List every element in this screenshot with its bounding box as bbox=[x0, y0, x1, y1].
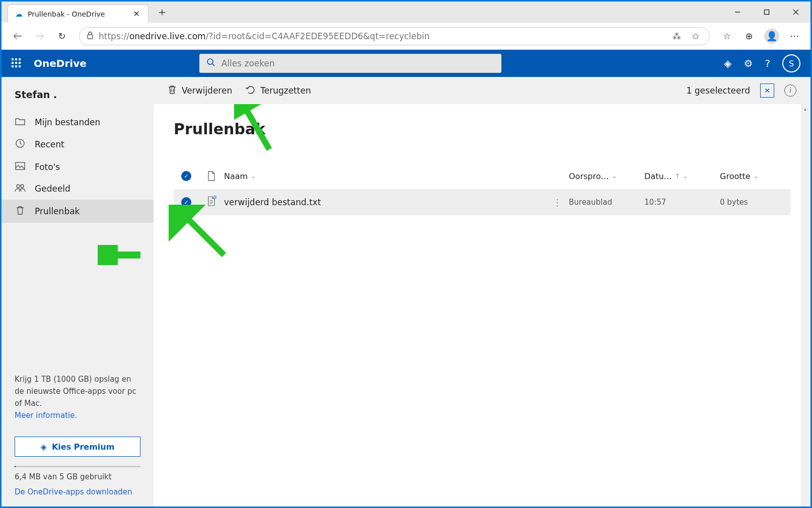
row-name-cell[interactable]: verwijderd bestand.txt bbox=[224, 197, 546, 207]
sidebar-item-label: Mijn bestanden bbox=[35, 117, 100, 127]
row-more-menu[interactable]: ⋮ bbox=[546, 197, 569, 208]
settings-gear-icon[interactable]: ⚙ bbox=[744, 57, 753, 69]
scrollbar[interactable]: ▴ bbox=[801, 104, 810, 506]
new-tab-button[interactable]: ＋ bbox=[154, 2, 171, 23]
more-button[interactable]: ⋯ bbox=[784, 26, 804, 46]
sidebar-item-shared[interactable]: Gedeeld bbox=[2, 178, 154, 200]
folder-icon bbox=[15, 117, 26, 127]
sidebar-item-recent[interactable]: Recent bbox=[2, 133, 154, 156]
svg-rect-4 bbox=[88, 35, 93, 39]
column-label: Naam bbox=[224, 172, 248, 181]
translate-icon[interactable]: ⁂ bbox=[670, 31, 684, 41]
column-date[interactable]: Datu… ↑ ⌄ bbox=[644, 172, 720, 181]
search-input[interactable] bbox=[222, 58, 494, 68]
maximize-icon bbox=[764, 9, 770, 15]
svg-line-6 bbox=[212, 64, 214, 66]
window-minimize-button[interactable] bbox=[723, 2, 752, 23]
address-field[interactable]: https://onedrive.live.com/?id=root&cid=C… bbox=[79, 27, 710, 45]
suite-header-right: ◈ ⚙ ? S bbox=[724, 54, 800, 72]
premium-button-label: Kies Premium bbox=[52, 442, 115, 452]
column-size[interactable]: Grootte ⌄ bbox=[720, 172, 790, 181]
row-origin-cell: Bureaublad bbox=[569, 198, 644, 207]
tab-title: Prullenbak - OneDrive bbox=[28, 10, 126, 18]
refresh-button[interactable]: ↻ bbox=[52, 26, 72, 46]
onedrive-cloud-icon: ☁ bbox=[15, 10, 23, 19]
select-all-checkbox[interactable]: ✓ bbox=[174, 171, 199, 181]
download-apps-link[interactable]: De OneDrive-apps downloaden bbox=[15, 487, 132, 496]
url-scheme: https:// bbox=[99, 31, 129, 41]
undo-icon bbox=[245, 85, 255, 96]
suite-header: OneDrive ◈ ⚙ ? S bbox=[2, 50, 810, 77]
clear-selection-button[interactable]: ✕ bbox=[760, 83, 774, 98]
row-date-cell: 10:57 bbox=[644, 198, 720, 207]
titlebar: ☁ Prullenbak - OneDrive ✕ ＋ bbox=[2, 2, 810, 23]
svg-point-10 bbox=[21, 185, 24, 188]
sidebar-item-files[interactable]: Mijn bestanden bbox=[2, 111, 154, 133]
favorites-button[interactable]: ☆ bbox=[717, 26, 737, 46]
premium-diamond-icon[interactable]: ◈ bbox=[724, 57, 731, 69]
delete-button[interactable]: Verwijderen bbox=[168, 84, 232, 97]
tab-close-button[interactable]: ✕ bbox=[131, 8, 142, 20]
row-file-icon bbox=[199, 196, 224, 209]
back-button[interactable]: 🡠 bbox=[8, 26, 28, 46]
table-header-row: ✓ Naam ⌄ Oorspro… ⌄ Datu… ↑ ⌄ Grootte ⌄ bbox=[174, 163, 790, 189]
restore-button-label: Terugzetten bbox=[260, 86, 311, 96]
sort-asc-icon: ↑ bbox=[675, 173, 680, 180]
svg-point-5 bbox=[207, 59, 213, 64]
promo-link[interactable]: Meer informatie. bbox=[15, 411, 77, 420]
sidebar-item-recyclebin[interactable]: Prullenbak bbox=[2, 200, 154, 223]
chevron-down-icon: ⌄ bbox=[612, 173, 617, 180]
promo-text: Krijg 1 TB (1000 GB) opslag en de nieuws… bbox=[15, 375, 136, 408]
column-origin[interactable]: Oorspro… ⌄ bbox=[569, 172, 644, 181]
row-checkbox[interactable]: ✓ bbox=[174, 197, 199, 207]
sidebar-item-label: Prullenbak bbox=[35, 206, 80, 216]
delete-button-label: Verwijderen bbox=[182, 86, 232, 96]
storage-usage-bar bbox=[15, 466, 140, 467]
browser-window: ☁ Prullenbak - OneDrive ✕ ＋ 🡠 🡢 ↻ bbox=[2, 2, 810, 506]
collections-button[interactable]: ⊕ bbox=[739, 26, 759, 46]
selection-count: 1 geselecteerd bbox=[687, 86, 750, 96]
photos-icon bbox=[15, 161, 26, 172]
table-row[interactable]: ✓ verwijderd bestand.txt ⋮ Bureaublad 10… bbox=[174, 189, 790, 215]
column-name[interactable]: Naam ⌄ bbox=[224, 172, 569, 181]
minimize-icon bbox=[734, 9, 741, 15]
command-bar: Verwijderen Terugzetten 1 geselecteerd ✕… bbox=[154, 77, 810, 104]
restore-button[interactable]: Terugzetten bbox=[245, 85, 311, 96]
check-icon: ✓ bbox=[181, 171, 191, 181]
row-size-cell: 0 bytes bbox=[720, 198, 790, 207]
info-button[interactable]: i bbox=[784, 84, 796, 97]
content-area: Verwijderen Terugzetten 1 geselecteerd ✕… bbox=[154, 77, 810, 506]
window-close-button[interactable] bbox=[781, 2, 810, 23]
recent-icon bbox=[15, 138, 26, 150]
search-box[interactable] bbox=[199, 54, 501, 73]
storage-usage-text: 6,4 MB van 5 GB gebruikt bbox=[15, 472, 112, 481]
column-label: Oorspro… bbox=[569, 172, 609, 181]
page-title: Prullenbak bbox=[174, 120, 790, 138]
help-icon[interactable]: ? bbox=[765, 57, 770, 69]
profile-avatar[interactable]: 👤 bbox=[764, 29, 779, 44]
text-file-icon bbox=[207, 196, 215, 206]
chevron-down-icon: ⌄ bbox=[251, 173, 256, 180]
account-badge[interactable]: S bbox=[782, 54, 800, 72]
check-icon: ✓ bbox=[181, 197, 191, 207]
sidebar-user: Stefan . bbox=[2, 86, 154, 111]
browser-tab-active[interactable]: ☁ Prullenbak - OneDrive ✕ bbox=[8, 5, 149, 23]
favorite-star-icon[interactable]: ✩ bbox=[689, 31, 702, 41]
app-body: Stefan . Mijn bestanden Recent Foto's Ge… bbox=[2, 77, 810, 506]
app-launcher-icon[interactable] bbox=[12, 58, 22, 68]
recycle-icon bbox=[15, 205, 26, 217]
url-domain: onedrive.live.com bbox=[129, 31, 206, 41]
column-icon-placeholder bbox=[199, 171, 224, 181]
chevron-down-icon: ⌄ bbox=[683, 173, 688, 180]
choose-premium-button[interactable]: ◈ Kies Premium bbox=[15, 437, 140, 457]
window-controls bbox=[723, 2, 810, 23]
account-initial: S bbox=[789, 59, 794, 68]
search-icon bbox=[206, 58, 215, 69]
trash-icon bbox=[168, 84, 177, 97]
sidebar-item-label: Recent bbox=[35, 139, 64, 149]
sidebar-item-photos[interactable]: Foto's bbox=[2, 156, 154, 178]
window-maximize-button[interactable] bbox=[752, 2, 781, 23]
file-icon bbox=[207, 171, 215, 181]
url-path: /?id=root&cid=C4AAF2EDE95EEDD6&qt=recycl… bbox=[206, 31, 430, 41]
forward-button[interactable]: 🡢 bbox=[30, 26, 50, 46]
